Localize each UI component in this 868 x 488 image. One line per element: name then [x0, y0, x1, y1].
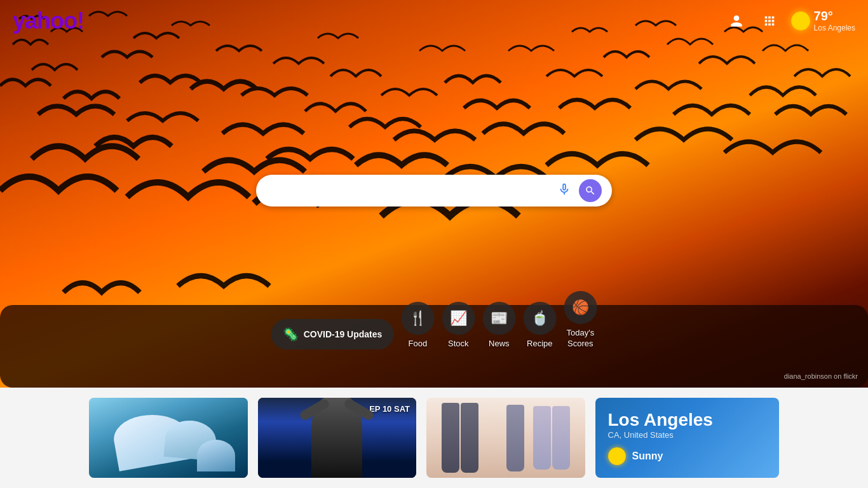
bottom-news-section: EP 10 SAT Los An [0, 388, 868, 488]
quick-link-stock[interactable]: 📈 Stock [442, 302, 475, 349]
weather-city-label: Los Angeles [814, 24, 855, 32]
iceberg-shape-3 [197, 440, 235, 471]
logo-text: yahoo! [13, 8, 84, 34]
search-submit-button[interactable] [579, 179, 602, 202]
weather-card-city: Los Angeles [608, 410, 767, 430]
legging-dark [442, 403, 459, 473]
legging-light [533, 406, 551, 470]
flickr-credit: diana_robinson on flickr [784, 372, 858, 380]
food-icon: 🍴 [409, 310, 426, 327]
weather-sun-icon [791, 11, 810, 30]
mic-icon [557, 182, 571, 196]
weather-card-sun-icon [608, 447, 626, 465]
scores-icon-circle: 🏀 [564, 291, 597, 324]
stock-icon-circle: 📈 [442, 302, 475, 335]
quick-link-recipe[interactable]: 🍵 Recipe [523, 302, 556, 349]
weather-info: 79° Los Angeles [814, 9, 855, 32]
legging-pair-1 [442, 398, 478, 478]
weather-card-region: CA, United States [608, 430, 767, 440]
header-right: 79° Los Angeles [725, 9, 855, 32]
news-card-2[interactable]: EP 10 SAT [258, 398, 417, 478]
scores-icon: 🏀 [572, 299, 589, 316]
legging-light-2 [552, 406, 570, 470]
news-card-3[interactable] [426, 398, 585, 478]
search-box: × [256, 175, 612, 207]
scores-label: Today'sScores [567, 328, 595, 349]
quick-links: 🦠 COVID-19 Updates 🍴 Food 📈 Stock 📰 News… [271, 291, 597, 349]
user-icon-button[interactable] [725, 10, 748, 32]
quick-link-food[interactable]: 🍴 Food [401, 302, 434, 349]
weather-card-condition: Sunny [632, 451, 663, 462]
stock-icon: 📈 [450, 310, 467, 327]
weather-temperature: 79° [814, 9, 833, 24]
news-icon-circle: 📰 [482, 302, 515, 335]
fighter-text: EP 10 SAT [369, 404, 410, 414]
legging-medium [487, 405, 505, 471]
header: yahoo! 79° Los Angeles [0, 0, 868, 42]
recipe-icon-circle: 🍵 [523, 302, 556, 335]
search-input[interactable] [266, 184, 552, 198]
recipe-icon: 🍵 [531, 310, 548, 327]
quick-link-news[interactable]: 📰 News [482, 302, 515, 349]
news-label: News [489, 339, 510, 349]
legging-pair-2 [487, 398, 524, 478]
covid-icon: 🦠 [283, 327, 299, 342]
news-icon: 📰 [491, 310, 508, 327]
quick-link-scores[interactable]: 🏀 Today'sScores [564, 291, 597, 349]
legging-dark-2 [461, 403, 478, 473]
card2-image: EP 10 SAT [258, 398, 417, 478]
search-icon [585, 185, 596, 196]
weather-card-bottom: Sunny [608, 447, 767, 465]
food-label: Food [409, 339, 428, 349]
news-card-1[interactable] [89, 398, 248, 478]
covid-label: COVID-19 Updates [304, 329, 383, 339]
card3-image [426, 398, 585, 478]
recipe-label: Recipe [527, 339, 552, 349]
covid-updates-button[interactable]: 🦠 COVID-19 Updates [271, 319, 394, 349]
yahoo-logo[interactable]: yahoo! [13, 8, 84, 34]
stock-label: Stock [448, 339, 469, 349]
search-mic-button[interactable] [552, 182, 576, 200]
food-icon-circle: 🍴 [401, 302, 434, 335]
search-container: × [256, 175, 612, 207]
card1-image [89, 398, 248, 478]
apps-icon-button[interactable] [758, 10, 781, 32]
hero-section: yahoo! 79° Los Angeles [0, 0, 868, 388]
legging-medium-2 [506, 405, 524, 471]
legging-pair-3 [533, 398, 570, 478]
weather-card[interactable]: Los Angeles CA, United States Sunny [595, 398, 780, 478]
weather-widget[interactable]: 79° Los Angeles [791, 9, 855, 32]
apps-icon [763, 14, 776, 28]
user-icon [729, 14, 743, 28]
